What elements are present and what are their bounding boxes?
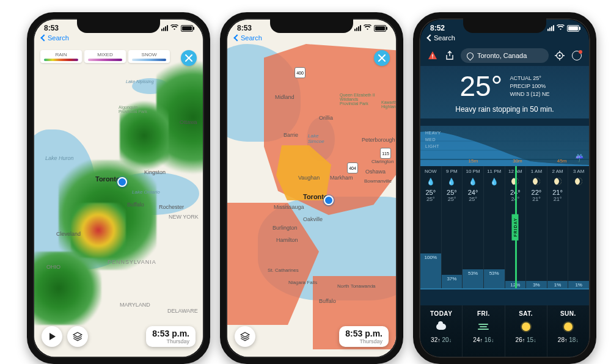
hour-col[interactable]: NOW💧25°25°100% [420,166,442,288]
chevron-left-icon [426,34,433,41]
target-icon[interactable] [554,49,566,62]
close-button[interactable] [374,50,390,66]
city-oakville: Oakville [303,216,323,222]
legend-mixed: MIXED [84,50,126,63]
day-label: SAT. [505,310,547,317]
day-label: SUN. [547,310,589,317]
hour-temp-hi: 24° [463,189,483,196]
state-newyork: NEW YORK [169,214,199,220]
day-temps: 32 20 [420,337,462,343]
day-temps: 26 15 [505,337,547,343]
hour-label: 10 PM [463,169,483,174]
timestamp-pill[interactable]: 8:53 p.m. Thursday [146,326,196,347]
chevron-left-icon [233,34,240,41]
day-col[interactable]: SUN.28 18 [547,305,589,357]
hour-temp-hi: 22° [526,189,547,196]
location-selector[interactable]: Toronto, Canada [461,48,549,63]
battery-icon [181,25,193,32]
hour-label: NOW [420,169,441,174]
timestamp-day: Thursday [345,338,382,344]
highway-shield: 404 [347,162,358,173]
layers-button[interactable] [235,326,255,347]
city-ottawa: Ottawa [180,119,197,125]
daily-forecast[interactable]: TODAY32 20FRI.24 16SAT.26 15SUN.28 18 [420,305,589,357]
hour-col[interactable]: 3 AM1% [568,166,589,288]
back-label: Search [434,34,455,42]
radar-echo [34,252,101,325]
city-niagara: Niagara Falls [288,280,317,285]
alert-icon[interactable] [426,49,439,62]
state-maryland: MARYLAND [120,302,150,308]
city-peterborough: Peterborough [362,137,395,143]
timestamp-time: 8:53 p.m. [152,329,189,338]
share-icon[interactable] [444,49,456,62]
state-delaware: DELAWARE [167,308,198,314]
phone-forecast: 8:52 Search Tor [413,12,596,364]
back-label: Search [241,34,262,42]
highway-shield: 115 [380,148,391,159]
hour-label: 2 AM [547,169,568,174]
hour-temp-lo: 25° [442,196,463,202]
hour-temp-lo: 25° [420,196,441,202]
city-hamilton: Hamilton [276,237,298,243]
back-to-search[interactable]: Search [42,34,69,42]
hour-col[interactable]: 11 PM💧53% [484,166,505,288]
timestamp-time: 8:53 p.m. [345,329,382,338]
moon-icon [533,178,540,185]
timestamp-day: Thursday [152,338,189,344]
hourly-forecast[interactable]: NOW💧25°25°100%9 PM💧25°25°37%10 PM💧24°25°… [420,166,589,288]
precip-bar: 53% [484,269,505,288]
hour-col[interactable]: 1 AM22°21°3% [526,166,547,288]
precip-bar: 3% [526,281,547,288]
city-buffalo: Buffalo [319,298,336,304]
city-north-tonawanda: North Tonawanda [337,283,376,289]
minutely-rain-chart[interactable]: HEAVY MED LIGHT 15m 30m 45m ☔ [420,126,589,166]
sun-icon [564,322,573,331]
back-label: Search [48,34,69,42]
back-to-search[interactable]: Search [428,34,455,42]
play-button[interactable] [42,326,62,347]
city-orillia: Orillia [319,115,333,121]
radar-echo [120,99,169,172]
day-col[interactable]: TODAY32 20 [420,305,463,357]
hour-col[interactable]: 9 PM💧25°25°37% [442,166,463,288]
close-button[interactable] [181,50,197,66]
forecast-summary: Heavy rain stopping in 50 min. [420,105,589,114]
warning-map[interactable]: Toronto Mississauga Oakville Burlington … [227,20,396,357]
back-to-search[interactable]: Search [235,34,262,42]
current-conditions: 25° ACTUAL 25° PRECIP 100% WIND 3 (12) N… [420,66,589,118]
precip-bar: 1% [568,281,589,288]
rain-drop-icon: 💧 [426,178,435,186]
hour-col[interactable]: FRIDAY12 AM24°24°12% [505,166,527,288]
day-col[interactable]: FRI.24 16 [463,305,505,357]
umbrella-icon: ☔ [575,154,584,162]
day-col[interactable]: SAT.26 15 [505,305,547,357]
screen: 8:52 Search Tor [420,20,589,357]
city-barrie: Barrie [284,132,298,138]
svg-point-3 [559,55,561,57]
layers-icon [72,331,83,342]
hour-col[interactable]: 2 AM21°21°1% [547,166,569,288]
hour-col[interactable]: 10 PM💧24°25°53% [463,166,484,288]
city-burlington: Burlington [273,225,298,231]
rain-intensity-labels: HEAVY MED LIGHT [425,129,441,150]
rain-drop-icon: 💧 [490,178,499,186]
city-rochester: Rochester [159,204,184,210]
legend-snow: SNOW [128,50,170,63]
status-time: 8:53 [44,24,59,32]
current-location-dot [324,195,334,205]
radar-map[interactable]: Toronto Ottawa Kingston Buffalo Rocheste… [34,20,203,357]
wifi-icon [557,24,565,32]
close-icon [185,54,192,62]
screen: Toronto Ottawa Kingston Buffalo Rocheste… [34,20,203,357]
layers-button[interactable] [67,326,88,347]
city-vaughan: Vaughan [298,175,320,181]
play-icon [49,333,56,340]
status-time: 8:52 [430,24,445,32]
radar-shortcut-icon[interactable] [571,49,583,62]
wind-icon [478,324,489,330]
timestamp-pill[interactable]: 8:53 p.m. Thursday [339,326,389,347]
device-notch [463,17,546,33]
hour-temp-hi: 25° [420,189,441,196]
hour-label: 9 PM [442,169,463,174]
